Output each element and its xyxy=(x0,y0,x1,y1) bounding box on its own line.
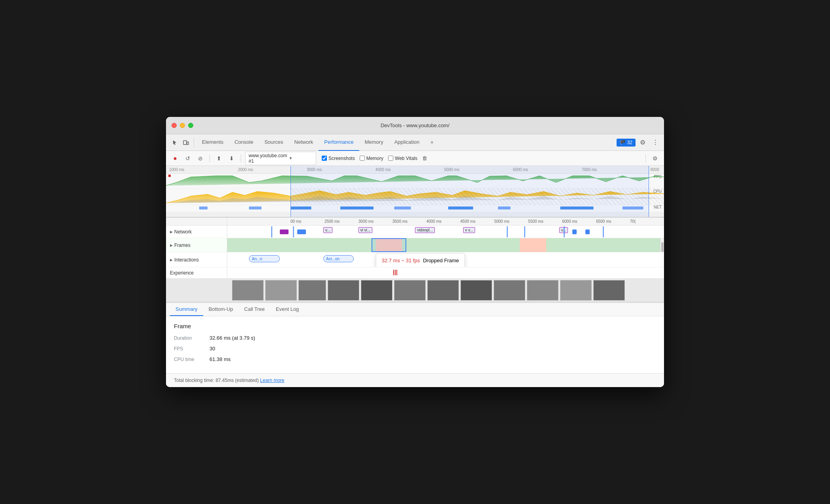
frames-expand-icon[interactable]: ▶ xyxy=(170,243,173,247)
summary-panel: Frame Duration 32.66 ms (at 3.79 s) FPS … xyxy=(166,316,664,373)
perf-settings-button[interactable]: ⚙ xyxy=(650,153,660,164)
url-selector[interactable]: www.youtube.com #1 ▼ xyxy=(245,152,316,165)
time-ruler-labels: 00 ms 2500 ms 3000 ms 3500 ms 4000 ms 45… xyxy=(227,219,664,224)
screenshot-12[interactable] xyxy=(593,280,625,301)
tab-call-tree[interactable]: Call Tree xyxy=(239,303,270,316)
tab-console[interactable]: Console xyxy=(229,134,259,151)
tab-summary[interactable]: Summary xyxy=(170,303,203,316)
reload-record-button[interactable]: ↺ xyxy=(183,153,193,164)
network-track-label[interactable]: ▶ Network xyxy=(166,226,227,238)
frames-track-content[interactable] xyxy=(227,238,664,252)
settings-icon[interactable]: ⚙ xyxy=(637,137,648,148)
selection-line xyxy=(372,238,372,252)
screenshot-3[interactable] xyxy=(298,280,326,301)
tab-elements[interactable]: Elements xyxy=(196,134,229,151)
screenshot-11[interactable] xyxy=(560,280,592,301)
cursor-icon[interactable] xyxy=(169,137,180,148)
dropped-frame-2[interactable] xyxy=(520,238,546,252)
toolbar-divider-1 xyxy=(209,154,210,162)
webvitals-checkbox[interactable]: Web Vitals xyxy=(388,156,417,161)
interactions-label-text: Interactions xyxy=(174,257,199,263)
experience-track: Experience xyxy=(166,267,664,278)
download-button[interactable]: ⬇ xyxy=(226,153,237,164)
experience-marks xyxy=(393,270,398,275)
net-vbar xyxy=(271,226,272,237)
fps-val: 30 xyxy=(209,346,215,352)
tab-event-log[interactable]: Event Log xyxy=(270,303,305,316)
chevron-down-icon: ▼ xyxy=(289,156,313,160)
scrollbar-thumb[interactable] xyxy=(661,242,664,252)
upload-button[interactable]: ⬆ xyxy=(214,153,224,164)
tab-more[interactable]: » xyxy=(425,134,439,151)
net-bar xyxy=(572,229,577,234)
record-button[interactable]: ● xyxy=(170,153,180,164)
network-label-text: Network xyxy=(174,229,192,235)
net-label-v4: v v... xyxy=(463,227,475,233)
performance-toolbar: ● ↺ ⊘ ⬆ ⬇ www.youtube.com #1 ▼ Screensho… xyxy=(166,151,664,166)
issues-badge[interactable]: 🏴 32 xyxy=(617,139,636,147)
experience-track-content xyxy=(227,267,664,278)
toolbar-divider-3 xyxy=(645,154,646,162)
screenshot-10[interactable] xyxy=(527,280,558,301)
frames-label-text: Frames xyxy=(174,243,191,248)
url-selector-text: www.youtube.com #1 xyxy=(249,153,287,164)
interactions-track[interactable]: ▶ Interactions An...n Ani...on 32.7 ms ~… xyxy=(166,252,664,267)
screenshot-6[interactable] xyxy=(394,280,426,301)
memory-checkbox[interactable]: Memory xyxy=(360,156,383,161)
frame-selection[interactable] xyxy=(372,238,406,252)
screenshot-8[interactable] xyxy=(460,280,492,301)
minimize-button[interactable] xyxy=(180,123,185,128)
tab-divider-1 xyxy=(194,138,194,147)
frames-bg xyxy=(227,238,664,252)
device-toggle-icon[interactable] xyxy=(180,137,191,148)
issues-icon: 🏴 xyxy=(620,140,626,145)
dropped-fps-text: 32.7 ms ~ 31 fps xyxy=(382,258,420,263)
screenshots-checkbox[interactable]: Screenshots xyxy=(322,156,355,161)
interactions-expand-icon[interactable]: ▶ xyxy=(170,258,173,262)
net-vbar xyxy=(507,226,508,237)
net-label-v3: videopl... xyxy=(415,227,435,233)
screenshot-5[interactable] xyxy=(361,280,392,301)
close-button[interactable] xyxy=(172,123,177,128)
interaction-chip-2[interactable]: Ani...on xyxy=(323,255,354,262)
network-track[interactable]: ▶ Network v... vi vi... videopl... v v..… xyxy=(166,226,664,238)
screenshots-strip[interactable] xyxy=(166,278,664,302)
maximize-button[interactable] xyxy=(188,123,193,128)
svg-rect-0 xyxy=(183,141,187,145)
overview-chart[interactable]: 1000 ms 2000 ms 3000 ms 4000 ms 5000 ms … xyxy=(166,166,664,217)
indicator-dot xyxy=(168,175,171,177)
duration-key: Duration xyxy=(174,335,209,341)
screenshot-1[interactable] xyxy=(232,280,264,301)
trash-button[interactable]: 🗑 xyxy=(420,153,430,164)
tab-application[interactable]: Application xyxy=(389,134,425,151)
svg-rect-3 xyxy=(249,207,262,210)
devtools-tab-bar: Elements Console Sources Network Perform… xyxy=(166,134,664,151)
timeline-selection[interactable] xyxy=(290,166,649,217)
svg-rect-2 xyxy=(199,207,208,210)
tab-sources[interactable]: Sources xyxy=(259,134,289,151)
tab-memory[interactable]: Memory xyxy=(359,134,389,151)
tab-network[interactable]: Network xyxy=(289,134,319,151)
net-vbar xyxy=(603,226,604,237)
network-expand-icon[interactable]: ▶ xyxy=(170,230,173,234)
screenshot-7[interactable] xyxy=(427,280,459,301)
interaction-chip-1[interactable]: An...n xyxy=(249,255,279,262)
screenshot-2[interactable] xyxy=(265,280,297,301)
clear-button[interactable]: ⊘ xyxy=(195,153,206,164)
tab-performance[interactable]: Performance xyxy=(319,134,359,151)
mini-scrollbar[interactable] xyxy=(660,238,664,252)
cpu-val: 61.38 ms xyxy=(209,356,230,362)
network-track-content: v... vi vi... videopl... v v... v... xyxy=(227,226,664,238)
tab-bottom-up[interactable]: Bottom-Up xyxy=(203,303,239,316)
dropped-frame-label: Dropped Frame xyxy=(423,258,459,263)
interactions-track-label[interactable]: ▶ Interactions xyxy=(166,252,227,267)
net-vbar xyxy=(293,226,294,237)
frames-track[interactable]: ▶ Frames xyxy=(166,238,664,252)
more-options-icon[interactable]: ⋮ xyxy=(650,137,661,148)
screenshot-4[interactable] xyxy=(328,280,359,301)
devtools-window: DevTools - www.youtube.com/ Elements Con… xyxy=(166,117,664,387)
screenshot-9[interactable] xyxy=(494,280,525,301)
learn-more-link[interactable]: Learn more xyxy=(260,378,284,383)
interactions-track-content: An...n Ani...on 32.7 ms ~ 31 fps Dropped… xyxy=(227,252,664,267)
frames-track-label[interactable]: ▶ Frames xyxy=(166,238,227,252)
